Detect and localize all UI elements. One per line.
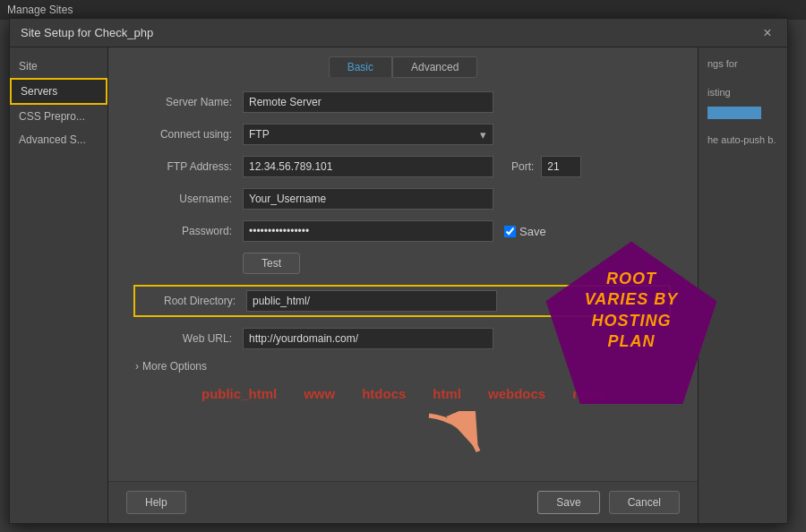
root-directory-input[interactable] xyxy=(246,290,497,312)
ftp-address-label: FTP Address: xyxy=(135,160,243,173)
opt-public-html: public_html xyxy=(202,386,277,401)
manage-sites-window: Manage Sites Site Setup for Check_php × … xyxy=(0,0,806,532)
pentagon-text: RootVaries byhostingplan xyxy=(555,269,707,353)
username-input[interactable] xyxy=(243,188,493,210)
ftp-address-input[interactable] xyxy=(243,156,493,177)
sidebar-item-site[interactable]: Site xyxy=(10,55,107,78)
tab-basic[interactable]: Basic xyxy=(329,56,392,78)
footer-buttons-right: Save Cancel xyxy=(537,491,680,514)
web-url-input[interactable] xyxy=(243,328,493,349)
test-button[interactable]: Test xyxy=(243,253,300,274)
chevron-right-icon: › xyxy=(135,360,139,373)
connect-using-label: Connect using: xyxy=(135,128,243,141)
tab-advanced[interactable]: Advanced xyxy=(392,56,477,78)
opt-htdocs: htdocs xyxy=(362,386,406,401)
arrow-annotation xyxy=(420,411,492,465)
sidebar-item-advanced[interactable]: Advanced S... xyxy=(10,128,107,151)
password-input[interactable] xyxy=(243,220,493,242)
ftp-address-row: FTP Address: Port: xyxy=(135,156,671,177)
username-label: Username: xyxy=(135,193,243,205)
opt-html: html xyxy=(433,386,461,401)
sidebar-item-servers[interactable]: Servers xyxy=(10,78,107,105)
server-name-label: Server Name: xyxy=(135,96,243,108)
connect-using-row: Connect using: FTP SFTP FTP over SSL/TLS xyxy=(135,124,671,145)
close-button[interactable]: × xyxy=(759,24,776,42)
sidebar-item-css[interactable]: CSS Prepro... xyxy=(10,105,107,128)
more-options-toggle[interactable]: › More Options xyxy=(135,360,207,373)
dialog-footer: Help xyxy=(108,481,698,523)
username-row: Username: xyxy=(135,188,671,210)
right-panel-text2: isting xyxy=(707,87,731,98)
save-password-checkbox[interactable] xyxy=(504,226,516,237)
tabs-row: Basic Advanced xyxy=(108,47,698,78)
manage-sites-titlebar: Manage Sites xyxy=(0,0,806,20)
cancel-button[interactable]: Cancel xyxy=(609,491,680,514)
site-setup-title: Site Setup for Check_php xyxy=(21,26,153,39)
connect-using-wrapper: FTP SFTP FTP over SSL/TLS xyxy=(243,124,493,145)
connect-using-select[interactable]: FTP SFTP FTP over SSL/TLS xyxy=(243,124,493,145)
password-label: Password: xyxy=(135,225,243,237)
server-name-input[interactable] xyxy=(243,91,493,113)
right-panel-text3: he auto-push b. xyxy=(707,134,776,145)
opt-www: www xyxy=(304,386,335,401)
port-group: Port: xyxy=(493,156,581,177)
port-label: Port: xyxy=(511,160,534,173)
pentagon-annotation: RootVaries byhostingplan xyxy=(537,233,725,421)
right-panel-bar xyxy=(707,107,761,119)
site-setup-titlebar: Site Setup for Check_php × xyxy=(10,19,787,47)
help-button[interactable]: Help xyxy=(126,491,186,514)
web-url-label: Web URL: xyxy=(135,332,243,345)
root-directory-label: Root Directory: xyxy=(139,295,246,307)
manage-sites-title: Manage Sites xyxy=(7,4,73,16)
server-name-row: Server Name: xyxy=(135,91,671,113)
right-panel-text1: ngs for xyxy=(707,58,738,69)
save-button[interactable]: Save xyxy=(537,491,599,514)
sidebar: Site Servers CSS Prepro... Advanced S... xyxy=(10,47,108,523)
port-input[interactable] xyxy=(541,156,581,177)
